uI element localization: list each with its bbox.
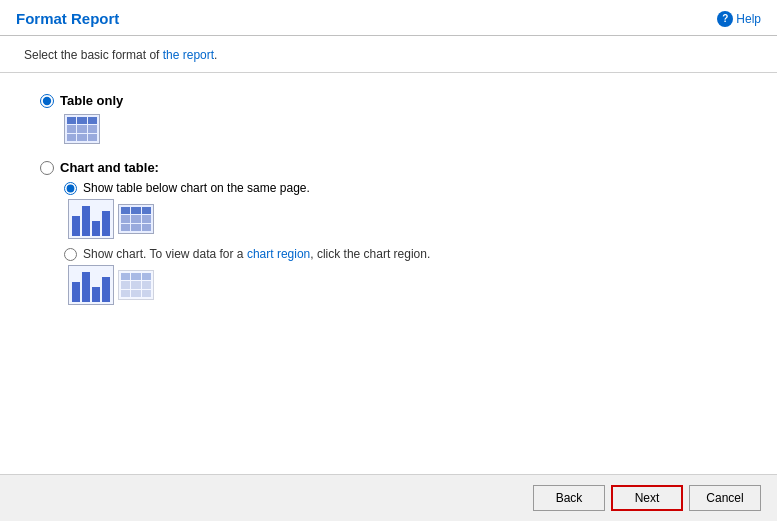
show-chart-middle: To view data for a xyxy=(146,247,247,261)
sub-option-show-table-below-text: Show table below chart on the same page. xyxy=(83,181,310,195)
option-chart-and-table-label[interactable]: Chart and table: xyxy=(40,160,737,175)
show-chart-after: , click the chart region. xyxy=(310,247,430,261)
option-chart-and-table-row: Chart and table: Show table below chart … xyxy=(40,160,737,305)
sub-option-show-table-below-label[interactable]: Show table below chart on the same page. xyxy=(64,181,737,195)
option-table-only-row: Table only xyxy=(40,93,737,144)
option-chart-and-table-text: Chart and table: xyxy=(60,160,159,175)
show-chart-icon-row xyxy=(68,265,737,305)
help-link[interactable]: ? Help xyxy=(717,11,761,27)
option-table-only-label[interactable]: Table only xyxy=(40,93,737,108)
dialog-header: Format Report ? Help xyxy=(0,0,777,36)
option-table-only-radio[interactable] xyxy=(40,94,54,108)
subheader: Select the basic format of the report. xyxy=(0,36,777,73)
dialog-title: Format Report xyxy=(16,10,119,27)
show-chart-faded-table-icon xyxy=(118,270,154,300)
subheader-text-before: Select the basic format of xyxy=(24,48,163,62)
show-chart-link: chart region xyxy=(247,247,310,261)
chart-table-combo-icon xyxy=(118,204,154,234)
show-table-below-icon-row xyxy=(68,199,737,239)
option-table-only-text: Table only xyxy=(60,93,123,108)
table-only-icon-row xyxy=(64,114,737,144)
dialog-footer: Back Next Cancel xyxy=(0,474,777,521)
sub-option-show-table-below-row: Show table below chart on the same page. xyxy=(64,181,737,239)
table-only-icon xyxy=(64,114,100,144)
chart-table-sub-options: Show table below chart on the same page. xyxy=(64,181,737,305)
help-icon: ? xyxy=(717,11,733,27)
content-area: Table only Chart and t xyxy=(0,73,777,474)
sub-option-show-chart-label[interactable]: Show chart. To view data for a chart reg… xyxy=(64,247,737,261)
subheader-link: the report xyxy=(163,48,214,62)
back-button[interactable]: Back xyxy=(533,485,605,511)
sub-option-show-chart-radio[interactable] xyxy=(64,248,77,261)
help-label: Help xyxy=(736,12,761,26)
sub-option-show-table-below-radio[interactable] xyxy=(64,182,77,195)
subheader-text-after: . xyxy=(214,48,217,62)
chart-icon xyxy=(68,199,114,239)
next-button[interactable]: Next xyxy=(611,485,683,511)
option-chart-and-table-radio[interactable] xyxy=(40,161,54,175)
cancel-button[interactable]: Cancel xyxy=(689,485,761,511)
sub-option-show-chart-row: Show chart. To view data for a chart reg… xyxy=(64,247,737,305)
show-chart-before: Show chart. xyxy=(83,247,146,261)
show-chart-only-icon xyxy=(68,265,114,305)
format-report-dialog: Format Report ? Help Select the basic fo… xyxy=(0,0,777,521)
sub-option-show-chart-text: Show chart. To view data for a chart reg… xyxy=(83,247,430,261)
